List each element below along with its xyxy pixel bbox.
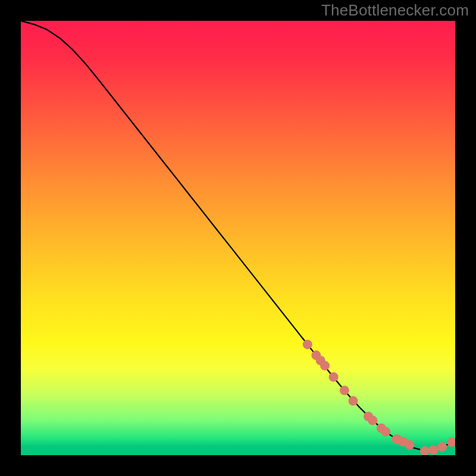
- plot-area: [21, 21, 455, 455]
- data-marker: [303, 340, 312, 349]
- data-marker: [405, 440, 414, 450]
- data-marker: [329, 372, 339, 382]
- data-marker: [429, 445, 439, 455]
- watermark-text: TheBottlenecker.com: [321, 1, 469, 20]
- bottleneck-chart: [21, 21, 455, 455]
- data-marker: [381, 427, 390, 437]
- data-marker: [320, 361, 330, 371]
- data-marker: [447, 437, 455, 447]
- data-marker: [340, 386, 349, 395]
- chart-container: TheBottlenecker.com: [0, 0, 476, 476]
- curve-line: [21, 21, 455, 451]
- data-marker: [420, 446, 430, 455]
- data-marker: [368, 416, 377, 425]
- data-marker: [349, 396, 358, 406]
- data-marker: [437, 442, 447, 452]
